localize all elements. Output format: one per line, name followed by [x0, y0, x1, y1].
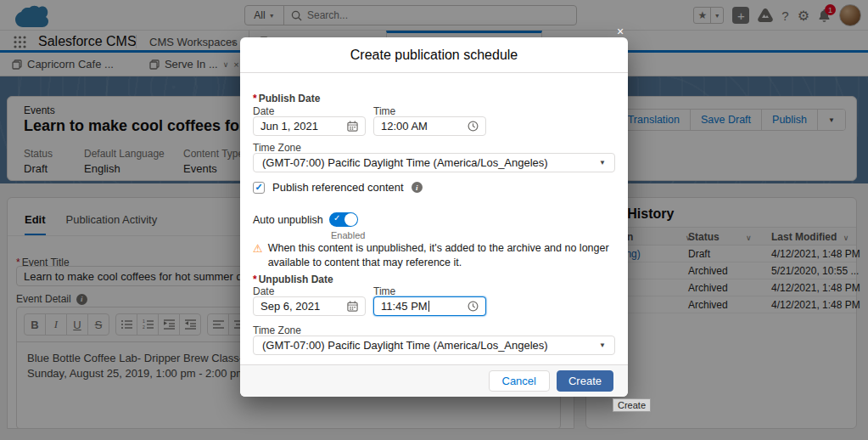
unpublish-timezone-select[interactable]: (GMT-07:00) Pacific Daylight Time (Ameri…: [253, 336, 615, 355]
publish-referenced-row: ✓ Publish referenced content i: [253, 181, 423, 194]
modal-title: Create publication schedule: [240, 37, 628, 73]
clock-icon[interactable]: [468, 301, 479, 312]
cancel-button[interactable]: Cancel: [489, 370, 550, 392]
unpublish-timezone-label: Time Zone: [253, 324, 301, 336]
required-asterisk: *: [253, 274, 257, 285]
publish-date-section-label: *Publish Date: [253, 90, 320, 105]
publish-date-input[interactable]: Jun 1, 2021: [253, 116, 366, 136]
unpublish-date-section-label: *Unpublish Date: [253, 271, 333, 286]
clock-icon[interactable]: [468, 121, 479, 132]
required-asterisk: *: [253, 93, 257, 104]
calendar-icon[interactable]: [347, 121, 358, 132]
info-icon[interactable]: i: [412, 182, 423, 193]
create-tooltip: Create: [613, 398, 651, 412]
calendar-icon[interactable]: [347, 301, 358, 312]
unpublish-time-input[interactable]: 11:45 PM: [373, 296, 486, 316]
modal-close-icon[interactable]: ×: [617, 25, 624, 38]
auto-unpublish-toggle[interactable]: ✓: [329, 212, 358, 227]
publish-timezone-value: (GMT-07:00) Pacific Daylight Time (Ameri…: [262, 156, 548, 169]
warning-icon: ⚠: [253, 241, 263, 270]
check-icon: ✓: [333, 213, 340, 223]
publish-time-label: Time: [373, 105, 395, 117]
chevron-down-icon: ▼: [599, 159, 606, 166]
publish-date-value: Jun 1, 2021: [260, 120, 318, 133]
toggle-knob: [344, 213, 357, 226]
publish-time-input[interactable]: 12:00 AM: [373, 116, 486, 136]
publish-referenced-checkbox[interactable]: ✓: [253, 182, 265, 194]
unpublish-timezone-value: (GMT-07:00) Pacific Daylight Time (Ameri…: [262, 339, 548, 352]
unpublish-time-value: 11:45 PM: [381, 300, 428, 313]
unpublish-time-label: Time: [373, 285, 395, 297]
unpublish-date-value: Sep 6, 2021: [260, 300, 320, 313]
section-label-text: Unpublish Date: [259, 274, 333, 285]
publish-time-value: 12:00 AM: [381, 120, 428, 133]
section-label-text: Publish Date: [259, 93, 321, 104]
publish-date-label: Date: [253, 105, 274, 117]
unpublish-warning: ⚠ When this content is unpublished, it's…: [253, 241, 618, 270]
warning-text: When this content is unpublished, it's a…: [268, 241, 618, 270]
unpublish-date-label: Date: [253, 285, 274, 297]
text-cursor: [428, 301, 429, 312]
chevron-down-icon: ▼: [599, 341, 606, 349]
publish-timezone-select[interactable]: (GMT-07:00) Pacific Daylight Time (Ameri…: [253, 153, 615, 172]
unpublish-date-input[interactable]: Sep 6, 2021: [253, 296, 366, 316]
create-publication-schedule-modal: Create publication schedule *Publish Dat…: [240, 37, 628, 397]
auto-unpublish-label: Auto unpublish: [253, 214, 323, 226]
create-button[interactable]: Create: [557, 370, 613, 392]
auto-unpublish-state: Enabled: [331, 230, 365, 240]
publish-referenced-label: Publish referenced content: [272, 181, 404, 194]
publish-timezone-label: Time Zone: [253, 142, 301, 154]
modal-footer: Cancel Create: [240, 364, 628, 397]
